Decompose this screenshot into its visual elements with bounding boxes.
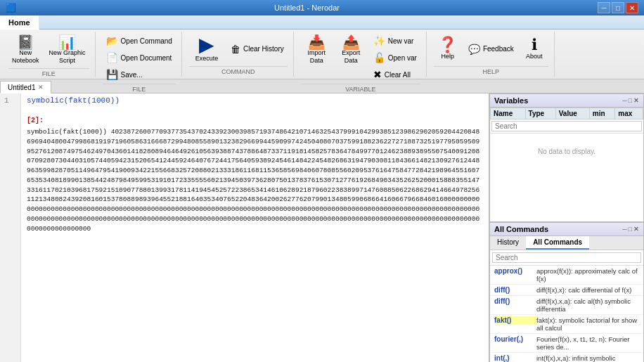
ribbon: Home 📓 NewNotebook 📊 New GraphicScript F… <box>0 15 644 79</box>
open-document-icon: 📄 <box>106 52 118 63</box>
cmd-desc-2: diff(f(x),x,a): calc al(th) symbolic dif… <box>536 297 639 313</box>
clear-all-button[interactable]: ✖ Clear All <box>370 67 420 82</box>
open-document-button[interactable]: 📄 Open Document <box>103 50 176 65</box>
output-section: [2]: symbolic(fakt(1000)) 40238726007709… <box>27 116 483 233</box>
save-label: Save... <box>121 71 143 79</box>
export-label: ExportData <box>342 49 360 65</box>
col-name: Name <box>491 108 526 119</box>
output-content: symbolic(fakt(1000)) 4023872600770937735… <box>27 127 483 233</box>
feedback-button[interactable]: 💬 Feedback <box>465 41 517 57</box>
cmd-desc-1: diff(f(x),x): calc differential of f(x) <box>536 286 631 294</box>
group-label-help: HELP <box>434 66 548 75</box>
ribbon-tabs: Home <box>0 15 644 30</box>
command-item-0[interactable]: approx() approx(f(x)): approximately cal… <box>490 266 643 285</box>
group-label-command: COMMAND <box>189 66 288 75</box>
cmd-name-3: fakt() <box>494 316 536 324</box>
cmd-desc-0: approx(f(x)): approximately calc of f(x) <box>536 267 639 283</box>
import-icon: 📥 <box>308 35 326 49</box>
line-numbers: 1 <box>0 93 21 362</box>
commands-maximize-btn[interactable]: □ <box>629 226 632 233</box>
save-button[interactable]: 💾 Save... <box>103 67 176 82</box>
open-document-label: Open Document <box>121 54 172 62</box>
commands-close-btn[interactable]: ✕ <box>633 226 639 233</box>
clear-history-icon: 🗑 <box>231 44 240 55</box>
cmd-desc-4: Fourier(f(x), x, t1, t2, n): Fourier ser… <box>536 335 639 351</box>
variables-minimize-btn[interactable]: ─ <box>622 97 626 104</box>
new-graphic-script-button[interactable]: 📊 New GraphicScript <box>46 33 89 67</box>
ribbon-group-command: ▶ Execute 🗑 Clear History COMMAND <box>183 32 294 77</box>
tab-history[interactable]: History <box>490 236 526 250</box>
input-line: symbolic(fakt(1000)) <box>27 96 483 105</box>
export-data-button[interactable]: 📤 ExportData <box>335 33 367 67</box>
output-label: [2]: <box>27 116 483 126</box>
new-notebook-button[interactable]: 📓 NewNotebook <box>8 33 43 67</box>
notebook-icon: 📓 <box>17 35 34 49</box>
right-panel: Variables ─ □ ✕ Name Type Value min max <box>489 93 644 362</box>
import-label: ImportData <box>307 49 326 65</box>
col-min: min <box>589 108 615 119</box>
command-item-1[interactable]: diff() diff(f(x),x): calc differential o… <box>490 285 643 296</box>
clear-all-label: Clear All <box>385 71 411 79</box>
ribbon-tab-home[interactable]: Home <box>0 15 39 30</box>
editor-area: 1 symbolic(fakt(1000)) [2]: symbolic(fak… <box>0 93 489 362</box>
commands-search-input[interactable] <box>492 252 641 263</box>
variables-panel: Variables ─ □ ✕ Name Type Value min max <box>489 93 644 222</box>
new-notebook-label: NewNotebook <box>12 49 39 65</box>
feedback-label: Feedback <box>483 45 514 53</box>
import-data-button[interactable]: 📥 ImportData <box>301 33 333 67</box>
variables-maximize-btn[interactable]: □ <box>629 97 632 104</box>
open-command-label: Open Command <box>121 37 172 45</box>
code-editor[interactable]: symbolic(fakt(1000)) [2]: symbolic(fakt(… <box>21 93 489 362</box>
doc-tab-close[interactable]: ✕ <box>38 84 44 91</box>
open-var-label: Open var <box>388 54 417 62</box>
about-label: About <box>526 53 543 60</box>
about-icon: ℹ <box>532 37 537 53</box>
new-var-icon: ✨ <box>373 35 385 46</box>
commands-list: approx() approx(f(x)): approximately cal… <box>490 266 643 362</box>
main-layout: 1 symbolic(fakt(1000)) [2]: symbolic(fak… <box>0 93 644 362</box>
title-bar: 🟦 Untitled1 - Nerodar ─ □ ✕ <box>0 0 644 15</box>
var-col: ✨ New var 🔓 Open var ✖ Clear All <box>370 33 420 82</box>
execute-button[interactable]: ▶ Execute <box>189 33 224 65</box>
tab-all-commands[interactable]: All Commands <box>526 236 589 250</box>
close-button[interactable]: ✕ <box>626 2 638 13</box>
new-var-button[interactable]: ✨ New var <box>370 33 420 49</box>
commands-minimize-btn[interactable]: ─ <box>622 226 626 233</box>
cmd-name-4: fourier(,) <box>494 335 536 343</box>
help-col: 💬 Feedback <box>465 41 517 57</box>
command-item-2[interactable]: diff() diff(f(x),x,a): calc al(th) symbo… <box>490 296 643 315</box>
open-save-col: 📂 Open Command 📄 Open Document 💾 Save... <box>103 33 176 82</box>
group-label-file: FILE <box>8 68 89 77</box>
maximize-button[interactable]: □ <box>612 2 624 13</box>
clear-all-icon: ✖ <box>373 69 382 80</box>
variables-close-btn[interactable]: ✕ <box>633 97 639 104</box>
minimize-button[interactable]: ─ <box>598 2 610 13</box>
variables-header-controls: ─ □ ✕ <box>622 97 639 104</box>
group-label-file2: FILE <box>103 84 176 93</box>
doc-tab-untitled1[interactable]: Untitled1 ✕ <box>0 81 51 93</box>
command-col: 🗑 Clear History <box>227 41 288 57</box>
col-type: Type <box>525 108 555 119</box>
group-label-variable: VARIABLE <box>301 84 420 93</box>
ribbon-content: 📓 NewNotebook 📊 New GraphicScript FILE 📂… <box>0 30 644 79</box>
about-button[interactable]: ℹ About <box>520 35 548 63</box>
help-icon: ❓ <box>438 37 457 53</box>
execute-icon: ▶ <box>199 35 214 55</box>
clear-history-button[interactable]: 🗑 Clear History <box>227 41 288 57</box>
help-label: Help <box>442 53 455 60</box>
variables-search-bar <box>490 119 643 134</box>
command-item-3[interactable]: fakt() fakt(x): symbolic factorial for s… <box>490 315 643 334</box>
export-icon: 📤 <box>342 35 360 49</box>
variables-panel-header: Variables ─ □ ✕ <box>490 94 643 108</box>
ribbon-group-help: ❓ Help 💬 Feedback ℹ About HELP <box>428 32 555 77</box>
help-button[interactable]: ❓ Help <box>434 35 462 63</box>
new-var-label: New var <box>388 37 414 45</box>
doc-tab-label: Untitled1 <box>8 84 35 91</box>
variables-search-input[interactable] <box>491 121 642 131</box>
open-command-button[interactable]: 📂 Open Command <box>103 33 176 49</box>
commands-header-controls: ─ □ ✕ <box>622 226 639 233</box>
cmd-name-5: int(,) <box>494 354 536 362</box>
command-item-5[interactable]: int(,) int(f(x),x,a): infinit symbolic i… <box>490 353 643 362</box>
open-var-button[interactable]: 🔓 Open var <box>370 50 420 65</box>
command-item-4[interactable]: fourier(,) Fourier(f(x), x, t1, t2, n): … <box>490 334 643 353</box>
